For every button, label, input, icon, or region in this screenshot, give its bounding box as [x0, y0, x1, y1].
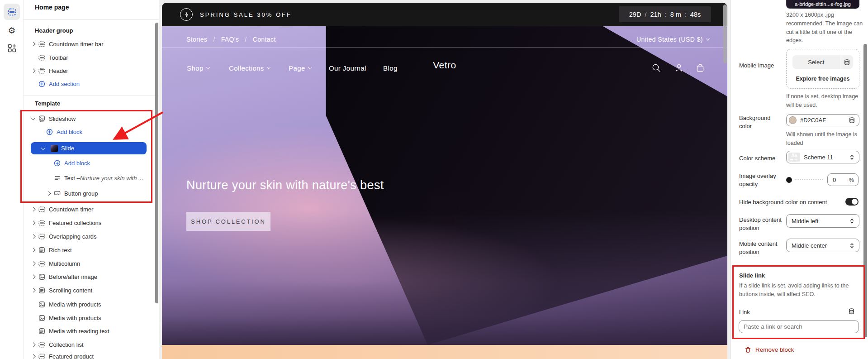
doc-icon [38, 247, 45, 254]
sidebar-item-countdown-timer-bar[interactable]: Countdown timer bar [24, 37, 154, 51]
chevron-down-icon[interactable] [40, 148, 46, 149]
sidebar-item-button-group[interactable]: Button group [24, 187, 154, 200]
add-block-button-slide[interactable]: Add block [24, 156, 154, 170]
section-icon [38, 353, 45, 359]
image-icon [38, 301, 45, 308]
section-icon [38, 54, 45, 61]
sidebar-item-featured-product[interactable]: Featured product [24, 349, 154, 359]
announcement-bar[interactable]: SPRING SALE 30% OFF 29D / 21h : 8 m : 48… [162, 3, 727, 26]
sidebar-item-toolbar[interactable]: Toolbar [24, 51, 154, 64]
chevron-down-icon [706, 37, 710, 40]
sidebar-item-overlapping-cards[interactable]: Overlapping cards [24, 230, 154, 243]
sidebar-item-slideshow[interactable]: Slideshow [24, 112, 154, 125]
sidebar-item-multicolumn[interactable]: Multicolumn [24, 257, 154, 270]
mobile-image-dropzone: Select Explore free images [786, 49, 859, 89]
slide-thumbnail [51, 145, 58, 152]
chevron-right-icon[interactable] [30, 208, 36, 211]
chevron-down-icon[interactable] [30, 118, 36, 120]
sidebar-item-header[interactable]: Header [24, 64, 154, 77]
mobile-position-select[interactable]: Middle center [786, 239, 859, 252]
locale-selector[interactable]: United States (USD $) [636, 33, 709, 46]
database-icon[interactable] [849, 117, 855, 124]
left-panel-scrollbar[interactable] [155, 23, 158, 303]
sidebar-item-media-with-reading-text[interactable]: Media with reading text [24, 324, 154, 338]
chevron-right-icon[interactable] [30, 221, 36, 225]
nav-link-stories[interactable]: Stories [186, 36, 207, 43]
nav-sections-button[interactable] [4, 4, 20, 20]
chevron-right-icon[interactable] [30, 275, 36, 278]
chevron-right-icon[interactable] [30, 355, 36, 358]
add-block-button-slideshow[interactable]: Add block [24, 125, 154, 139]
theme-preview: SPRING SALE 30% OFF 29D / 21h : 8 m : 48… [162, 0, 727, 359]
slide-link-input[interactable] [739, 320, 859, 333]
section-icon [38, 341, 45, 348]
chevron-right-icon[interactable] [45, 192, 52, 195]
sidebar-item-scrolling-content[interactable]: Scrolling content [24, 283, 154, 297]
opacity-slider-handle[interactable] [786, 177, 792, 183]
right-panel-scrollbar[interactable] [863, 44, 867, 337]
explore-free-images-link[interactable]: Explore free images [787, 76, 859, 82]
sidebar-item-featured-collections[interactable]: Featured collections [24, 216, 154, 230]
desktop-position-select[interactable]: Middle left [786, 214, 859, 228]
desktop-image-thumbnail[interactable]: a-bridge-sittin...e-fog.jpg [786, 0, 859, 9]
mobile-image-label: Mobile image [739, 62, 784, 70]
chevron-right-icon[interactable] [30, 262, 36, 265]
countdown-timer: 29D / 21h : 8 m : 48s [619, 6, 711, 22]
cart-icon[interactable] [695, 63, 705, 73]
chevron-right-icon[interactable] [30, 43, 36, 46]
add-section-button[interactable]: Add section [24, 77, 154, 91]
chevron-right-icon[interactable] [30, 249, 36, 252]
background-color-label: Background color [739, 114, 784, 130]
apps-icon [8, 44, 16, 53]
mobile-position-label: Mobile content position [739, 240, 784, 256]
hide-bg-label: Hide background color on content [739, 198, 839, 206]
sidebar-item-before-after-image[interactable]: Before/after image [24, 270, 154, 283]
chevron-right-icon[interactable] [30, 289, 36, 292]
store-logo[interactable]: Vetro [162, 60, 727, 71]
chevron-right-icon[interactable] [30, 343, 36, 346]
chevron-right-icon[interactable] [30, 235, 36, 238]
image-icon [38, 273, 45, 280]
slide-link-help: If a slide link is set, avoid adding lin… [739, 282, 855, 299]
sidebar-item-rich-text[interactable]: Rich text [24, 243, 154, 257]
opacity-slider-track[interactable] [795, 179, 823, 180]
scheme-swatch: Aa [788, 153, 800, 162]
sidebar-item-slide-selected[interactable]: Slide [31, 142, 147, 154]
trash-icon [745, 346, 751, 353]
search-icon[interactable] [651, 63, 661, 73]
nav-link-faqs[interactable]: FAQ's [221, 36, 239, 43]
account-icon[interactable] [674, 63, 684, 73]
stepper-icon [849, 218, 855, 225]
sidebar-item-text-block[interactable]: Text – Nurture your skin with ... [24, 171, 154, 185]
color-scheme-select[interactable]: Aa Scheme 11 [786, 151, 859, 163]
image-filename-chip: a-bridge-sittin...e-fog.jpg [787, 0, 859, 8]
text-block-preview: Nurture your skin with ... [80, 175, 143, 182]
hide-bg-toggle[interactable] [845, 198, 859, 206]
remove-block-button[interactable]: Remove block [745, 346, 794, 353]
select-image-button[interactable]: Select [792, 55, 840, 69]
slideshow-icon [38, 115, 45, 122]
sidebar-item-media-with-products-1[interactable]: Media with products [24, 297, 154, 311]
background-color-input[interactable]: #D2C0AF [786, 114, 859, 126]
button-group-icon [54, 190, 61, 197]
divider [731, 261, 868, 261]
sidebar-item-countdown-timer[interactable]: Countdown timer [24, 202, 154, 216]
database-icon[interactable] [848, 308, 855, 315]
section-icon [38, 206, 45, 213]
sections-panel: Home page Header group Countdown timer b… [24, 0, 159, 359]
color-scheme-label: Color scheme [739, 154, 784, 163]
text-icon [54, 175, 61, 182]
shop-collection-button[interactable]: SHOP COLLECTION [186, 212, 270, 231]
hero-heading: Nurture your skin with nature's best [186, 178, 384, 192]
nav-theme-settings-button[interactable]: ⚙ [7, 26, 16, 35]
opacity-value-input[interactable]: 0 % [827, 173, 859, 186]
nav-link-contact[interactable]: Contact [253, 36, 276, 43]
link-label: Link [739, 308, 784, 316]
chevron-right-icon[interactable] [30, 69, 36, 72]
mobile-image-help: If none is set, desktop image will be us… [786, 92, 864, 110]
nav-apps-button[interactable] [7, 43, 16, 53]
sidebar-item-media-with-products-2[interactable]: Media with products [24, 311, 154, 325]
dynamic-source-button[interactable] [840, 55, 853, 69]
preview-scrollbar[interactable] [723, 5, 727, 63]
countdown-minutes: 8 m [670, 11, 681, 18]
